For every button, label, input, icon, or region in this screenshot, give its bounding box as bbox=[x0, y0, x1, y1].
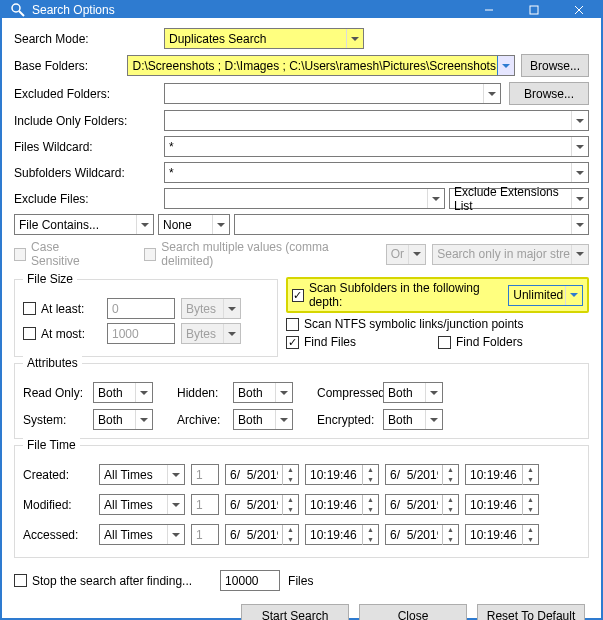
file-time-legend: File Time bbox=[23, 438, 80, 452]
at-least-unit: Bytes bbox=[181, 298, 241, 319]
exclude-files-combo[interactable] bbox=[164, 188, 445, 209]
chevron-down-icon bbox=[136, 215, 153, 234]
chevron-down-icon bbox=[425, 410, 442, 429]
accessed-time2[interactable]: ▲▼ bbox=[465, 524, 539, 545]
modified-times-combo[interactable]: All Times bbox=[99, 494, 185, 515]
search-streams-combo: Search only in major stre bbox=[432, 244, 589, 265]
compressed-label: Compressed: bbox=[303, 386, 383, 400]
subfolders-wildcard-label: Subfolders Wildcard: bbox=[14, 166, 164, 180]
file-time-group: File Time Created: All Times 1 ▲▼ ▲▼ ▲▼ … bbox=[14, 445, 589, 558]
chevron-down-icon bbox=[571, 245, 588, 264]
chevron-down-icon bbox=[167, 465, 184, 484]
contains-mode-combo[interactable]: None bbox=[158, 214, 230, 235]
base-folders-combo[interactable]: D:\Screenshots ; D:\Images ; C:\Users\ra… bbox=[127, 55, 514, 76]
attributes-legend: Attributes bbox=[23, 356, 82, 370]
modified-date2[interactable]: ▲▼ bbox=[385, 494, 459, 515]
created-time2[interactable]: ▲▼ bbox=[465, 464, 539, 485]
bottom-buttons: Start Search Close Reset To Default bbox=[14, 596, 589, 620]
chevron-down-icon bbox=[135, 410, 152, 429]
at-most-input[interactable]: 1000 bbox=[107, 323, 175, 344]
chevron-down-icon bbox=[427, 189, 444, 208]
chevron-down-icon bbox=[571, 137, 588, 156]
modified-num[interactable]: 1 bbox=[191, 494, 219, 515]
chevron-down-icon bbox=[571, 163, 588, 182]
chevron-down-icon bbox=[135, 383, 152, 402]
chevron-down-icon bbox=[408, 245, 425, 264]
at-least-input[interactable]: 0 bbox=[107, 298, 175, 319]
subfolders-wildcard-combo[interactable]: * bbox=[164, 162, 589, 183]
include-only-combo[interactable] bbox=[164, 110, 589, 131]
chevron-down-icon bbox=[571, 111, 588, 130]
start-search-button[interactable]: Start Search bbox=[241, 604, 349, 620]
read-only-combo[interactable]: Both bbox=[93, 382, 153, 403]
find-files-check[interactable]: Find Files bbox=[286, 335, 356, 349]
search-mode-combo[interactable]: Duplicates Search bbox=[164, 28, 364, 49]
excluded-folders-combo[interactable] bbox=[164, 83, 501, 104]
content: Search Mode: Duplicates Search Base Fold… bbox=[2, 18, 601, 620]
base-folders-label: Base Folders: bbox=[14, 59, 127, 73]
file-size-group: File Size At least: 0 Bytes At most: 1 bbox=[14, 279, 278, 357]
minimize-button[interactable] bbox=[466, 2, 511, 18]
files-wildcard-combo[interactable]: * bbox=[164, 136, 589, 157]
case-sensitive-check[interactable]: Case Sensitive bbox=[14, 240, 104, 268]
browse-base-button[interactable]: Browse... bbox=[521, 54, 589, 77]
search-multiple-check[interactable]: Search multiple values (comma delimited) bbox=[144, 240, 366, 268]
reset-default-button[interactable]: Reset To Default bbox=[477, 604, 585, 620]
read-only-label: Read Only: bbox=[23, 386, 93, 400]
system-combo[interactable]: Both bbox=[93, 409, 153, 430]
svg-point-0 bbox=[12, 4, 20, 12]
accessed-times-combo[interactable]: All Times bbox=[99, 524, 185, 545]
accessed-num[interactable]: 1 bbox=[191, 524, 219, 545]
scan-subfolders-row: Scan Subfolders in the following depth: … bbox=[286, 277, 589, 313]
created-time1[interactable]: ▲▼ bbox=[305, 464, 379, 485]
archive-combo[interactable]: Both bbox=[233, 409, 293, 430]
hidden-combo[interactable]: Both bbox=[233, 382, 293, 403]
scan-ntfs-check[interactable]: Scan NTFS symbolic links/junction points bbox=[286, 317, 523, 331]
scan-depth-combo[interactable]: Unlimited bbox=[508, 285, 583, 306]
or-combo: Or bbox=[386, 244, 427, 265]
maximize-button[interactable] bbox=[511, 2, 556, 18]
at-least-check[interactable]: At least: bbox=[23, 302, 101, 316]
chevron-down-icon bbox=[497, 56, 514, 75]
modified-label: Modified: bbox=[23, 498, 93, 512]
search-mode-label: Search Mode: bbox=[14, 32, 164, 46]
encrypted-label: Encrypted: bbox=[303, 413, 383, 427]
app-icon bbox=[10, 2, 26, 18]
svg-line-1 bbox=[19, 11, 24, 16]
find-folders-check[interactable]: Find Folders bbox=[438, 335, 523, 349]
chevron-down-icon bbox=[425, 383, 442, 402]
accessed-date2[interactable]: ▲▼ bbox=[385, 524, 459, 545]
file-contains-combo[interactable]: File Contains... bbox=[14, 214, 154, 235]
exclude-ext-list-combo[interactable]: Exclude Extensions List bbox=[449, 188, 589, 209]
created-date2[interactable]: ▲▼ bbox=[385, 464, 459, 485]
compressed-combo[interactable]: Both bbox=[383, 382, 443, 403]
browse-excluded-button[interactable]: Browse... bbox=[509, 82, 589, 105]
created-date1[interactable]: ▲▼ bbox=[225, 464, 299, 485]
at-most-unit: Bytes bbox=[181, 323, 241, 344]
scan-subfolders-check[interactable]: Scan Subfolders in the following depth: bbox=[292, 281, 496, 309]
encrypted-combo[interactable]: Both bbox=[383, 409, 443, 430]
exclude-files-label: Exclude Files: bbox=[14, 192, 164, 206]
hidden-label: Hidden: bbox=[163, 386, 233, 400]
close-dialog-button[interactable]: Close bbox=[359, 604, 467, 620]
chevron-down-icon bbox=[571, 189, 588, 208]
chevron-down-icon bbox=[483, 84, 500, 103]
modified-time2[interactable]: ▲▼ bbox=[465, 494, 539, 515]
at-most-check[interactable]: At most: bbox=[23, 327, 101, 341]
close-button[interactable] bbox=[556, 2, 601, 18]
contains-value-combo[interactable] bbox=[234, 214, 589, 235]
created-num[interactable]: 1 bbox=[191, 464, 219, 485]
modified-date1[interactable]: ▲▼ bbox=[225, 494, 299, 515]
accessed-time1[interactable]: ▲▼ bbox=[305, 524, 379, 545]
scan-options: Scan Subfolders in the following depth: … bbox=[286, 273, 589, 357]
accessed-date1[interactable]: ▲▼ bbox=[225, 524, 299, 545]
stop-after-check[interactable]: Stop the search after finding... bbox=[14, 574, 192, 588]
file-size-legend: File Size bbox=[23, 272, 77, 286]
excluded-folders-label: Excluded Folders: bbox=[14, 87, 164, 101]
created-times-combo[interactable]: All Times bbox=[99, 464, 185, 485]
modified-time1[interactable]: ▲▼ bbox=[305, 494, 379, 515]
chevron-down-icon bbox=[275, 383, 292, 402]
chevron-down-icon bbox=[565, 286, 582, 305]
system-label: System: bbox=[23, 413, 93, 427]
stop-after-input[interactable]: 10000 bbox=[220, 570, 280, 591]
